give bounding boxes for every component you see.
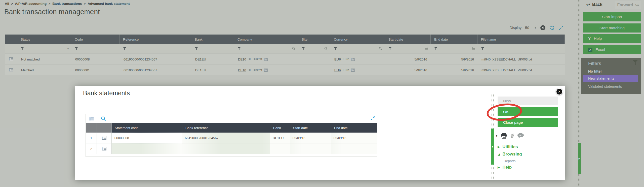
menu-browsing-label: Browsing: [502, 152, 522, 157]
statements-panel: Statement code Bank reference Bank Start…: [86, 114, 377, 157]
row-detail-icon[interactable]: [97, 143, 112, 154]
cell-start-date[interactable]: 05/09/16: [290, 133, 331, 143]
statement-row[interactable]: 2: [86, 143, 377, 154]
expand-table-icon[interactable]: [371, 116, 375, 121]
statement-row[interactable]: 1 00000008 66190000/0001234567 DE1EU 05/…: [86, 133, 377, 143]
cell-bank[interactable]: [270, 143, 290, 154]
header-start-date[interactable]: Start date: [290, 123, 331, 133]
expanded-triangle-icon: ◢: [498, 152, 500, 156]
menu-utilities-label: Utilities: [502, 144, 518, 149]
bank-statements-modal: Bank statements ✕ Statement code Bank re…: [75, 86, 565, 180]
cell-end-date[interactable]: [331, 143, 377, 154]
cell-bank-reference[interactable]: [182, 143, 270, 154]
cell-bank[interactable]: DE1EU: [270, 133, 290, 143]
modal-panel-collapse-handle[interactable]: [491, 129, 494, 165]
collapsed-triangle-icon: ▶: [498, 145, 500, 149]
header-end-date[interactable]: End date: [331, 123, 377, 133]
header-bank[interactable]: Bank: [270, 123, 290, 133]
print-icon[interactable]: [501, 133, 507, 139]
modal-title: Bank statements: [83, 89, 130, 97]
row-number: 2: [86, 143, 97, 154]
menu-help-label: Help: [502, 165, 512, 170]
row-number: 1: [86, 133, 97, 143]
menu-utilities[interactable]: ▶ Utilities: [498, 144, 522, 149]
cell-statement-code[interactable]: 00000008: [112, 133, 182, 143]
modal-icon-toolbar: ▾: [496, 133, 524, 139]
actions-caret-icon[interactable]: ▾: [496, 134, 497, 138]
modal-side-menu: ▶ Utilities ◢ Browsing Reports ▶ Help: [498, 144, 522, 172]
annotation-circle: [478, 99, 530, 125]
statements-toolbar: [86, 114, 377, 123]
cell-bank-reference[interactable]: 66190000/0001234567: [182, 133, 270, 143]
header-statement-code[interactable]: Statement code: [112, 123, 182, 133]
search-icon[interactable]: [101, 116, 106, 121]
cell-statement-code[interactable]: [112, 143, 182, 154]
statements-header-row: Statement code Bank reference Bank Start…: [86, 123, 377, 133]
row-detail-icon[interactable]: [97, 133, 112, 143]
menu-reports[interactable]: Reports: [504, 159, 522, 163]
menu-help[interactable]: ▶ Help: [498, 165, 522, 170]
app-window: All > A/P-A/R accounting > Bank transact…: [0, 0, 644, 187]
cell-end-date[interactable]: 05/09/16: [331, 133, 377, 143]
detail-view-icon[interactable]: [89, 117, 94, 121]
modal-close-icon[interactable]: ✕: [556, 88, 563, 95]
collapsed-triangle-icon: ▶: [498, 166, 500, 169]
statements-table: Statement code Bank reference Bank Start…: [86, 123, 377, 154]
header-bank-reference[interactable]: Bank reference: [182, 123, 270, 133]
menu-browsing[interactable]: ◢ Browsing: [498, 152, 522, 157]
header-detail-column: [97, 123, 112, 133]
cell-start-date[interactable]: [290, 143, 331, 154]
header-row-number: [86, 123, 97, 133]
comment-icon[interactable]: [517, 133, 524, 138]
attachment-icon[interactable]: [509, 132, 515, 139]
